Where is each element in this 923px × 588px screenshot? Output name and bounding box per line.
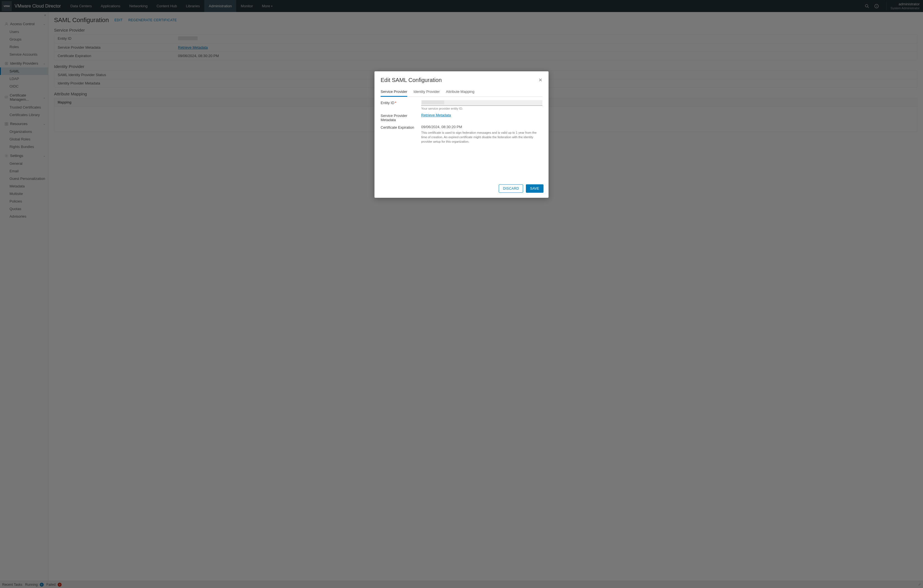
modal-header: Edit SAML Configuration ✕ xyxy=(374,71,549,85)
save-button[interactable]: SAVE xyxy=(526,184,544,193)
discard-button[interactable]: DISCARD xyxy=(499,184,523,193)
edit-saml-modal: Edit SAML Configuration ✕ Service Provid… xyxy=(374,71,549,198)
modal-tabs: Service Provider Identity Provider Attri… xyxy=(381,88,542,97)
close-icon[interactable]: ✕ xyxy=(539,77,542,83)
entity-id-hint: Your service provider entity ID. xyxy=(421,107,542,110)
sp-metadata-label: Service Provider Metadata xyxy=(381,113,421,122)
entity-id-label: Entity ID* xyxy=(381,100,421,110)
cert-expiration-value: 09/06/2024, 08:30:20 PM xyxy=(421,125,542,129)
modal-footer: DISCARD SAVE xyxy=(374,181,549,198)
form-row-cert-expiration: Certificate Expiration 09/06/2024, 08:30… xyxy=(381,125,542,144)
modal-body: Entity ID* Your service provider entity … xyxy=(374,97,549,181)
cert-expiration-note: This certificate is used to sign federat… xyxy=(421,131,542,144)
modal-overlay: Edit SAML Configuration ✕ Service Provid… xyxy=(0,0,923,588)
required-marker: * xyxy=(395,101,396,105)
retrieve-metadata-link[interactable]: Retrieve Metadata xyxy=(421,113,451,117)
redacted-value xyxy=(422,100,444,104)
form-row-sp-metadata: Service Provider Metadata Retrieve Metad… xyxy=(381,113,542,122)
form-row-entity-id: Entity ID* Your service provider entity … xyxy=(381,100,542,110)
modal-title: Edit SAML Configuration xyxy=(381,77,442,84)
tab-service-provider[interactable]: Service Provider xyxy=(381,88,407,97)
entity-id-label-text: Entity ID xyxy=(381,101,394,105)
tab-identity-provider[interactable]: Identity Provider xyxy=(413,88,440,97)
tab-attribute-mapping[interactable]: Attribute Mapping xyxy=(446,88,475,97)
cert-expiration-label: Certificate Expiration xyxy=(381,125,421,144)
